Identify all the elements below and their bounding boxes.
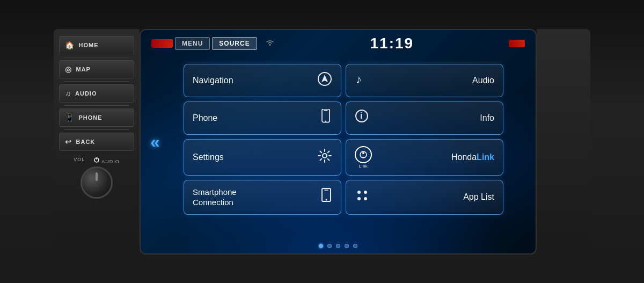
menu-button[interactable]: MENU	[175, 37, 210, 50]
left-panel: 🏠 HOME ◎ MAP ♫ AUDIO 📱 PHONE ↩ BACK VOL	[54, 29, 140, 255]
right-panel	[537, 29, 590, 255]
applist-icon	[355, 188, 370, 206]
svg-point-20	[364, 197, 367, 200]
svg-text:i: i	[360, 111, 362, 120]
home-button[interactable]: 🏠 HOME	[59, 36, 134, 54]
honda-text: Honda	[451, 153, 477, 162]
dot-3[interactable]	[336, 244, 340, 248]
map-icon: ◎	[65, 65, 72, 74]
dot-1[interactable]	[319, 244, 323, 248]
back-icon: ↩	[65, 137, 72, 146]
source-button[interactable]: SOURCE	[212, 37, 257, 50]
hondalink-menu-item[interactable]: Link HondaLink	[346, 139, 503, 176]
phone-label: PHONE	[79, 114, 103, 121]
smartphone-menu-item[interactable]: SmartphoneConnection	[184, 180, 341, 215]
applist-menu-item[interactable]: App List	[346, 180, 503, 215]
divider-4	[64, 129, 129, 130]
navigation-menu-item[interactable]: Navigation	[184, 64, 341, 97]
home-label: HOME	[79, 42, 99, 48]
phone-icon: 📱	[65, 113, 75, 122]
home-icon: 🏠	[65, 41, 75, 49]
back-label: BACK	[76, 139, 96, 145]
link-sublabel: Link	[359, 164, 368, 169]
info-icon: i	[355, 109, 369, 127]
vol-labels: VOL AUDIO	[74, 157, 120, 164]
dot-4[interactable]	[345, 244, 349, 248]
audio-menu-label: Audio	[472, 76, 494, 85]
applist-label: App List	[463, 192, 494, 202]
audio-icon: ♫	[65, 89, 71, 98]
dot-2[interactable]	[327, 244, 332, 248]
clock-display: 11:19	[370, 35, 414, 52]
audio-button[interactable]: ♫ AUDIO	[59, 84, 134, 103]
hondalink-text: HondaLink	[451, 153, 494, 162]
svg-point-17	[357, 191, 361, 194]
settings-menu-label: Settings	[193, 153, 224, 162]
svg-rect-6	[322, 109, 330, 122]
hondalink-icon-group: Link	[355, 146, 372, 169]
red-indicator-left	[151, 39, 173, 48]
settings-menu-item[interactable]: Settings	[184, 139, 341, 176]
top-left-controls: MENU SOURCE	[151, 37, 275, 50]
svg-point-16	[326, 199, 327, 201]
top-bar: MENU SOURCE 11:19	[141, 30, 536, 57]
svg-text:♪: ♪	[356, 72, 362, 86]
svg-point-11	[323, 154, 327, 158]
car-console: { "left_panel": { "buttons": [ { "id": "…	[0, 0, 644, 283]
vol-label: VOL	[74, 157, 85, 164]
navigation-icon	[317, 71, 332, 90]
audio-note-icon: ♪	[355, 71, 370, 90]
divider-3	[64, 105, 129, 106]
smartphone-label: SmartphoneConnection	[193, 187, 237, 208]
audio-label: AUDIO	[75, 90, 97, 97]
map-label: MAP	[76, 66, 91, 72]
svg-point-13	[362, 152, 364, 154]
pagination-dots	[319, 244, 357, 248]
phone-button[interactable]: 📱 PHONE	[59, 108, 134, 127]
smartphone-icon	[320, 188, 332, 206]
svg-point-8	[325, 120, 327, 122]
link-text: Link	[477, 153, 494, 162]
svg-point-19	[357, 197, 361, 200]
main-screen: MENU SOURCE 11:19 « Navigation	[140, 29, 537, 255]
map-button[interactable]: ◎ MAP	[59, 60, 134, 78]
back-button[interactable]: ↩ BACK	[59, 133, 134, 151]
navigation-label: Navigation	[193, 76, 233, 85]
red-indicator-right	[509, 40, 525, 47]
settings-gear-icon	[317, 148, 332, 166]
wifi-icon	[265, 38, 275, 49]
divider-1	[64, 57, 129, 57]
info-menu-label: Info	[480, 113, 494, 123]
vol-audio-label: AUDIO	[93, 157, 120, 164]
volume-section: VOL AUDIO	[74, 157, 120, 199]
audio-menu-item[interactable]: ♪ Audio	[346, 64, 503, 97]
volume-knob[interactable]	[80, 166, 113, 199]
svg-rect-7	[324, 110, 328, 111]
svg-marker-4	[321, 75, 328, 82]
menu-grid: Navigation ♪ Audio Pho	[141, 60, 536, 219]
divider-2	[64, 81, 129, 82]
svg-point-18	[364, 191, 367, 194]
back-arrow-button[interactable]: «	[150, 132, 160, 151]
svg-point-2	[269, 44, 270, 46]
hondalink-circle-icon	[355, 146, 372, 163]
phone-menu-icon	[319, 109, 332, 127]
power-icon	[93, 157, 100, 163]
phone-menu-item[interactable]: Phone	[184, 101, 341, 135]
dot-5[interactable]	[353, 244, 357, 248]
info-menu-item[interactable]: i Info	[346, 101, 503, 135]
phone-menu-label: Phone	[193, 113, 217, 123]
